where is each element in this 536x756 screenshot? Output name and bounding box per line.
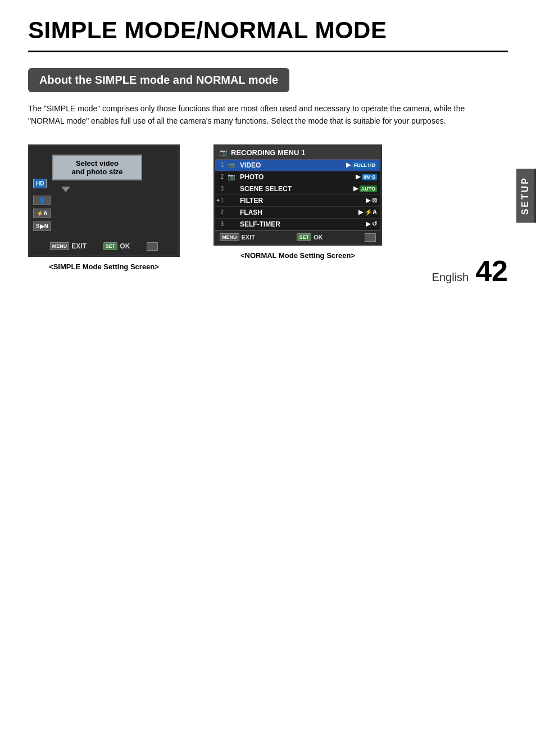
scene-label: SCENE SELECT bbox=[238, 185, 353, 193]
ok-label: SET OK bbox=[103, 242, 130, 251]
photo-label: PHOTO bbox=[238, 173, 356, 181]
normal-screen-caption: <NORMAL Mode Setting Screen> bbox=[240, 251, 355, 260]
simple-mode-screen: Select video and photo size HD 👤 ⚡A S▶N … bbox=[28, 144, 180, 257]
video-row: 1 📹 VIDEO ▶ FULL HD bbox=[215, 160, 380, 171]
scene-select-row: 3 SCENE SELECT ▶ AUTO bbox=[215, 183, 380, 195]
icon-sn: S▶N bbox=[33, 221, 51, 231]
self-timer-row: 3 SELF-TIMER ▶ ↺ bbox=[215, 219, 380, 230]
video-label: VIDEO bbox=[238, 161, 346, 169]
section-body-text: The "SIMPLE mode" comprises only those f… bbox=[28, 102, 489, 128]
video-value: ▶ FULL HD bbox=[346, 161, 380, 169]
camera-icon: 📷 bbox=[220, 149, 228, 156]
normal-mode-screen: 📷 RECORDING MENU 1 1 📹 VIDEO ▶ FULL HD 2 bbox=[214, 144, 382, 246]
footer: English 42 bbox=[432, 254, 508, 288]
tooltip-box: Select video and photo size bbox=[52, 155, 142, 180]
filter-row: ✦1 FILTER ▶ ⊠ bbox=[215, 195, 380, 207]
footer-page-number: 42 bbox=[475, 254, 508, 288]
icon-flash: ⚡A bbox=[33, 209, 51, 218]
simple-mode-block: Select video and photo size HD 👤 ⚡A S▶N … bbox=[28, 144, 180, 271]
timer-label: SELF-TIMER bbox=[238, 220, 366, 228]
simple-screen-caption: <SIMPLE Mode Setting Screen> bbox=[49, 262, 159, 271]
normal-exit-text: EXIT bbox=[242, 234, 255, 241]
exit-label: MENU EXIT bbox=[50, 242, 87, 251]
video-icon: 📹 bbox=[225, 161, 238, 169]
menu-btn: MENU bbox=[50, 242, 70, 250]
normal-mode-block: 📷 RECORDING MENU 1 1 📹 VIDEO ▶ FULL HD 2 bbox=[214, 144, 382, 260]
set-btn: SET bbox=[103, 242, 118, 250]
thumbnail-icon bbox=[147, 242, 158, 251]
row-num-f1: ✦1 bbox=[215, 197, 225, 203]
setup-tab: SETUP bbox=[516, 169, 536, 223]
scene-value: ▶ AUTO bbox=[353, 185, 380, 192]
simple-screen-bottom-bar: MENU EXIT SET OK bbox=[30, 242, 178, 251]
footer-language: English bbox=[432, 271, 469, 284]
tooltip-line1: Select video bbox=[76, 159, 119, 168]
row-num-2: 2 bbox=[215, 174, 225, 180]
recording-menu-title: 📷 RECORDING MENU 1 bbox=[215, 146, 380, 160]
section-heading: About the SIMPLE mode and NORMAL mode bbox=[28, 68, 289, 92]
row-num-f2: 2 bbox=[215, 209, 225, 215]
row-num-3: 3 bbox=[215, 185, 225, 192]
filter-value: ▶ ⊠ bbox=[366, 197, 380, 204]
menu-title-text: RECORDING MENU 1 bbox=[231, 148, 305, 157]
screenshots-row: Select video and photo size HD 👤 ⚡A S▶N … bbox=[28, 144, 508, 271]
row-num-1: 1 bbox=[215, 162, 225, 168]
exit-text: EXIT bbox=[71, 242, 87, 250]
filter-label: FILTER bbox=[238, 197, 366, 205]
photo-value: ▶ 8M·S bbox=[356, 173, 380, 180]
photo-icon: 📷 bbox=[225, 173, 238, 180]
row-num-f3: 3 bbox=[215, 221, 225, 227]
photo-row: 2 📷 PHOTO ▶ 8M·S bbox=[215, 171, 380, 183]
normal-thumbnail-icon bbox=[365, 233, 376, 242]
timer-value: ▶ ↺ bbox=[366, 220, 380, 228]
normal-menu-btn: MENU bbox=[220, 233, 239, 241]
tooltip-arrow bbox=[61, 187, 70, 192]
normal-ok-text: OK bbox=[314, 234, 323, 241]
normal-exit-label: MENU EXIT bbox=[220, 233, 255, 242]
flash-value: ▶ ⚡A bbox=[358, 209, 380, 216]
left-icons: 👤 ⚡A S▶N bbox=[33, 180, 51, 231]
ok-text: OK bbox=[120, 242, 130, 250]
normal-ok-label: SET OK bbox=[297, 233, 322, 242]
page-title: SIMPLE MODE/NORMAL MODE bbox=[28, 17, 508, 52]
icon-person: 👤 bbox=[33, 196, 51, 205]
tooltip-line2: and photo size bbox=[72, 168, 123, 176]
flash-label: FLASH bbox=[238, 209, 358, 216]
flash-row: 2 FLASH ▶ ⚡A bbox=[215, 207, 380, 219]
normal-screen-bottom-bar: MENU EXIT SET OK bbox=[215, 230, 380, 244]
normal-set-btn: SET bbox=[297, 233, 311, 241]
